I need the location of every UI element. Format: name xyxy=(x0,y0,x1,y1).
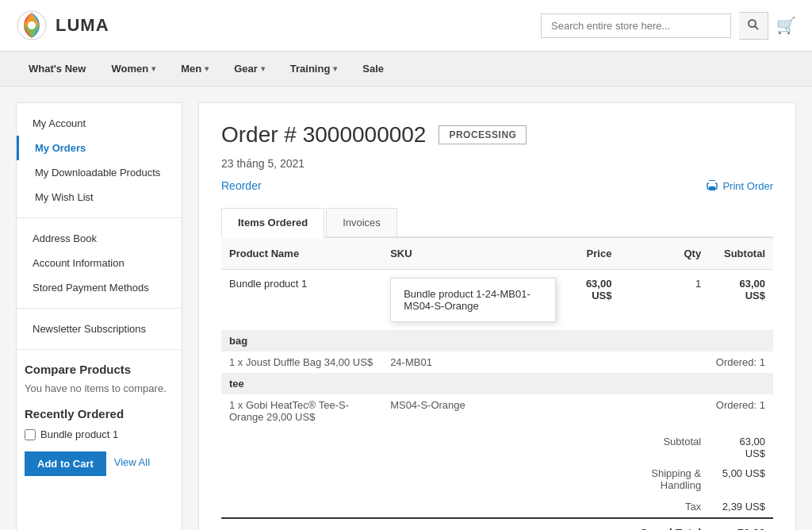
product-sku: Bundle product 1-24-MB01-MS04-S-Orange xyxy=(404,288,530,312)
recently-ordered-checkbox[interactable] xyxy=(25,429,36,440)
bag-item-price-empty xyxy=(564,351,620,373)
search-input[interactable] xyxy=(541,13,731,38)
compare-products-title: Compare Products xyxy=(25,363,174,376)
chevron-down-icon: ▾ xyxy=(205,64,209,73)
sidebar-account-section: My Account My Orders My Downloadable Pro… xyxy=(17,103,182,218)
grand-total-label: Grand Total xyxy=(619,518,709,530)
sidebar-item-stored-payment[interactable]: Stored Payment Methods xyxy=(17,275,182,300)
chevron-down-icon: ▾ xyxy=(151,64,155,73)
grand-total-row: Grand Total 70,39 US$ xyxy=(221,518,773,530)
print-order-label: Print Order xyxy=(722,180,773,192)
search-icon xyxy=(747,18,760,31)
compare-products-text: You have no items to compare. xyxy=(25,382,174,394)
product-qty: 1 xyxy=(619,270,709,331)
total-value-subtotal: 63,00 US$ xyxy=(709,428,773,463)
sidebar-item-wish-list[interactable]: My Wish List xyxy=(17,185,182,209)
tab-invoices[interactable]: Invoices xyxy=(326,208,397,236)
sidebar-item-account-information[interactable]: Account Information xyxy=(17,251,182,275)
group-row-tee: tee xyxy=(221,373,773,394)
sidebar: My Account My Orders My Downloadable Pro… xyxy=(16,102,182,530)
tab-items-ordered[interactable]: Items Ordered xyxy=(221,208,324,238)
total-label-subtotal: Subtotal xyxy=(619,428,709,463)
nav-training-label: Training xyxy=(290,63,331,75)
sidebar-item-my-orders[interactable]: My Orders xyxy=(17,136,182,160)
main-container: My Account My Orders My Downloadable Pro… xyxy=(0,86,812,530)
totals-row-shipping: Shipping & Handling 5,00 US$ xyxy=(221,463,773,496)
product-name: Bundle product 1 xyxy=(221,270,382,331)
main-nav: What's New Women ▾ Men ▾ Gear ▾ Training… xyxy=(0,52,812,86)
nav-men-label: Men xyxy=(181,63,201,75)
nav-item-sale[interactable]: Sale xyxy=(350,52,396,86)
col-header-subtotal: Subtotal xyxy=(709,238,773,270)
total-value-shipping: 5,00 US$ xyxy=(709,463,773,496)
nav-item-training[interactable]: Training ▾ xyxy=(278,52,350,86)
tee-item-price-empty xyxy=(564,394,620,428)
order-title: Order # 3000000002 xyxy=(221,122,426,148)
print-order-link[interactable]: Print Order xyxy=(706,180,773,192)
order-actions: Reorder Print Order xyxy=(221,179,773,192)
search-button[interactable] xyxy=(739,12,768,40)
order-items-table: Product Name SKU Price Qty Subtotal Bund… xyxy=(221,238,773,530)
nav-item-gear[interactable]: Gear ▾ xyxy=(221,52,278,86)
order-detail-content: Order # 3000000002 PROCESSING 23 tháng 5… xyxy=(198,102,796,530)
svg-line-3 xyxy=(755,26,758,29)
logo-text: LUMA xyxy=(56,15,109,36)
recently-ordered-item: Bundle product 1 xyxy=(25,428,174,440)
nav-gear-label: Gear xyxy=(234,63,258,75)
product-sku-cell: Bundle product 1-24-MB01-MS04-S-Orange xyxy=(382,270,564,331)
cart-button[interactable]: 🛒 xyxy=(776,16,796,35)
recently-ordered-item-label: Bundle product 1 xyxy=(40,428,118,440)
recently-ordered-section: Recently Ordered Bundle product 1 Add to… xyxy=(17,407,182,476)
bag-item-text: 1 x Joust Duffle Bag 34,00 US$ xyxy=(221,351,382,373)
nav-item-whats-new[interactable]: What's New xyxy=(16,52,98,86)
sidebar-item-newsletter[interactable]: Newsletter Subscriptions xyxy=(17,317,182,341)
svg-rect-5 xyxy=(709,186,715,190)
luma-logo-icon xyxy=(16,10,48,41)
totals-row-tax: Tax 2,39 US$ xyxy=(221,496,773,518)
view-all-link[interactable]: View All xyxy=(114,456,150,468)
order-header: Order # 3000000002 PROCESSING xyxy=(221,122,773,148)
logo-area: LUMA xyxy=(16,10,109,41)
nav-item-women[interactable]: Women ▾ xyxy=(98,52,168,86)
svg-point-2 xyxy=(749,20,756,27)
sidebar-account-info-section: Address Book Account Information Stored … xyxy=(17,218,182,309)
printer-icon xyxy=(706,180,718,191)
reorder-link[interactable]: Reorder xyxy=(221,179,262,192)
order-tabs: Items Ordered Invoices xyxy=(221,208,773,238)
nav-women-label: Women xyxy=(111,63,148,75)
site-header: LUMA 🛒 xyxy=(0,0,812,52)
spacer-row: Subtotal 63,00 US$ xyxy=(221,428,773,463)
tee-item-text: 1 x Gobi HeatTec® Tee-S-Orange 29,00 US$ xyxy=(221,394,382,428)
tee-item-sku: MS04-S-Orange xyxy=(382,394,564,428)
svg-rect-7 xyxy=(709,181,715,184)
nav-item-men[interactable]: Men ▾ xyxy=(168,52,221,86)
chevron-down-icon: ▾ xyxy=(261,64,265,73)
sidebar-item-address-book[interactable]: Address Book xyxy=(17,226,182,251)
tee-item-ordered: Ordered: 1 xyxy=(619,394,773,428)
group-label-bag: bag xyxy=(221,330,773,351)
status-badge: PROCESSING xyxy=(439,125,527,144)
chevron-down-icon: ▾ xyxy=(333,64,337,73)
sidebar-item-my-account[interactable]: My Account xyxy=(17,111,182,136)
col-header-price: Price xyxy=(564,238,620,270)
compare-products-section: Compare Products You have no items to co… xyxy=(17,363,182,394)
group-label-tee: tee xyxy=(221,373,773,394)
table-row: Bundle product 1 Bundle product 1-24-MB0… xyxy=(221,270,773,331)
total-label-shipping: Shipping & Handling xyxy=(619,463,709,496)
bag-item-ordered: Ordered: 1 xyxy=(619,351,773,373)
recently-ordered-title: Recently Ordered xyxy=(25,407,174,421)
sub-row-tee-item: 1 x Gobi HeatTec® Tee-S-Orange 29,00 US$… xyxy=(221,394,773,428)
add-to-cart-button[interactable]: Add to Cart xyxy=(25,451,106,476)
total-value-tax: 2,39 US$ xyxy=(709,496,773,518)
bag-item-sku: 24-MB01 xyxy=(382,351,564,373)
sub-row-bag-item: 1 x Joust Duffle Bag 34,00 US$ 24-MB01 O… xyxy=(221,351,773,373)
order-date: 23 tháng 5, 2021 xyxy=(221,157,773,170)
product-subtotal: 63,00 US$ xyxy=(709,270,773,331)
col-header-product-name: Product Name xyxy=(221,238,382,270)
group-row-bag: bag xyxy=(221,330,773,351)
sidebar-item-downloadable-products[interactable]: My Downloadable Products xyxy=(17,160,182,185)
product-price: 63,00 US$ xyxy=(564,270,620,331)
grand-total-value: 70,39 US$ xyxy=(709,518,773,530)
svg-point-1 xyxy=(28,21,36,29)
header-right: 🛒 xyxy=(541,12,796,40)
